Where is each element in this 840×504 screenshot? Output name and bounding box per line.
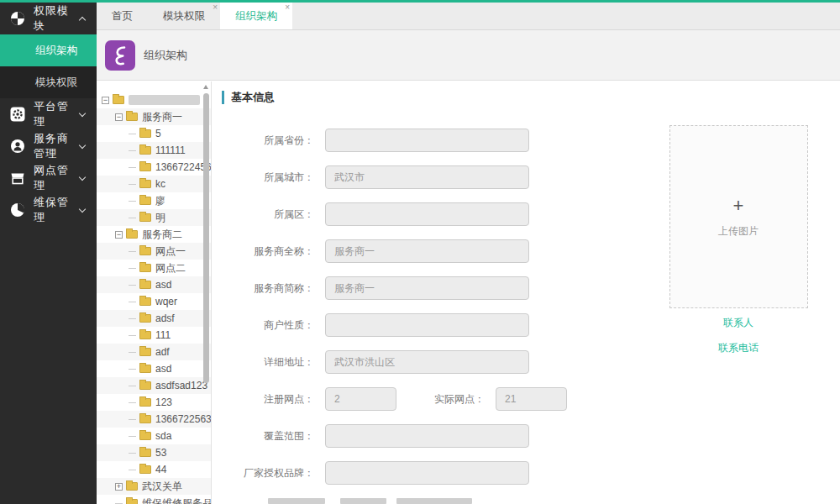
tree-node-label: adf xyxy=(155,346,170,358)
tree-node[interactable]: 13667225636 xyxy=(97,411,211,428)
tree-node-label: 服务商二 xyxy=(142,228,182,242)
user-icon xyxy=(10,139,25,154)
tree-node[interactable]: 111111 xyxy=(97,142,211,159)
tree-connector xyxy=(129,318,136,319)
tree-node[interactable]: 维保维修服务品台 xyxy=(97,495,211,504)
close-icon[interactable]: × xyxy=(213,3,218,12)
tree-node[interactable]: kc xyxy=(97,176,211,192)
folder-icon xyxy=(139,180,151,188)
tree-node[interactable]: asd xyxy=(97,360,211,377)
tree-expander-icon[interactable]: − xyxy=(102,97,109,104)
tree-scrollbar-thumb[interactable] xyxy=(203,93,209,383)
tree-node[interactable]: 13667224562 xyxy=(97,159,211,176)
upload-image-button[interactable]: + 上传图片 xyxy=(669,125,808,308)
tree-node[interactable]: sda xyxy=(97,428,211,444)
tree-connector xyxy=(129,436,136,437)
sidebar-item-permission-module[interactable]: 权限模块 xyxy=(0,3,97,34)
tree-node[interactable]: 5 xyxy=(97,125,211,142)
org-tree: −−服务商一511111113667224562kc廖明−服务商二网点一网点二a… xyxy=(97,92,211,504)
field-input[interactable] xyxy=(325,387,396,411)
sidebar-item-label: 平台管理 xyxy=(34,99,80,129)
tree-expander-icon[interactable]: − xyxy=(115,231,123,239)
field-input[interactable] xyxy=(325,313,529,337)
tree-connector xyxy=(129,134,136,134)
contact-person-link[interactable]: 联系人 xyxy=(668,312,809,333)
org-structure-icon xyxy=(105,40,135,71)
tree-node-label: 53 xyxy=(155,447,166,459)
tree-node[interactable]: +武汉关单 xyxy=(97,478,211,495)
gear-icon xyxy=(10,107,25,122)
tab-home[interactable]: 首页 xyxy=(97,3,148,29)
tree-node-label: 服务商一 xyxy=(142,110,182,124)
redacted-text xyxy=(396,498,472,504)
sidebar-item-label: 网点管理 xyxy=(34,163,80,193)
folder-icon xyxy=(139,297,151,306)
form-row: 厂家授权品牌： xyxy=(222,461,840,485)
tree-node[interactable]: 111 xyxy=(97,327,211,344)
tree-node[interactable]: adsf xyxy=(97,310,211,327)
tab-module-permission[interactable]: 模块权限 × xyxy=(148,3,220,29)
upload-panel: + 上传图片 联系人 联系电话 xyxy=(668,125,809,359)
field-input[interactable] xyxy=(325,424,529,448)
field-input[interactable] xyxy=(325,165,529,189)
field-input[interactable] xyxy=(325,276,529,300)
sidebar-item-branch-management[interactable]: 网点管理 xyxy=(0,162,97,194)
tree-node-label: 111 xyxy=(155,329,171,341)
tree-node[interactable]: wqer xyxy=(97,293,211,310)
folder-icon xyxy=(139,213,151,222)
tree-connector xyxy=(129,184,136,185)
folder-icon xyxy=(139,348,151,356)
field-label: 实际网点： xyxy=(426,392,485,407)
sidebar-item-provider-management[interactable]: 服务商管理 xyxy=(0,130,97,162)
close-icon[interactable]: × xyxy=(285,3,290,12)
field-label: 商户性质： xyxy=(222,318,314,333)
field-input[interactable] xyxy=(325,350,529,374)
tree-connector xyxy=(129,335,136,336)
tree-expander-icon[interactable]: + xyxy=(115,483,123,491)
tree-node[interactable]: asd xyxy=(97,276,211,293)
field-input[interactable] xyxy=(325,239,529,263)
tab-org-structure[interactable]: 组织架构 × xyxy=(220,3,292,29)
tree-node[interactable]: 网点一 xyxy=(97,243,211,260)
tree-node[interactable]: 网点二 xyxy=(97,260,211,276)
tree-node[interactable]: adf xyxy=(97,344,211,360)
sidebar-item-label: 模块权限 xyxy=(35,76,77,90)
tree-expander-icon[interactable]: − xyxy=(115,113,123,121)
redacted-node-label xyxy=(129,95,200,105)
top-accent-line xyxy=(0,0,840,3)
tree-node[interactable]: asdfsad123 xyxy=(97,377,211,394)
folder-icon xyxy=(139,163,151,171)
tree-node[interactable]: 明 xyxy=(97,209,211,226)
sidebar-item-platform-management[interactable]: 平台管理 xyxy=(0,98,97,130)
tree-node-label: asd xyxy=(155,279,171,291)
folder-icon xyxy=(126,499,138,504)
sidebar-item-maintenance-management[interactable]: 维保管理 xyxy=(0,194,97,226)
redacted-text xyxy=(340,498,386,504)
contact-phone-link[interactable]: 联系电话 xyxy=(668,337,809,359)
tree-node-label: adsf xyxy=(155,312,175,324)
field-input[interactable] xyxy=(325,202,529,226)
field-input[interactable] xyxy=(496,387,567,411)
section-title: 基本信息 xyxy=(222,90,840,105)
field-input[interactable] xyxy=(325,461,529,485)
scroll-up-icon[interactable] xyxy=(203,85,208,89)
sidebar: 权限模块 组织架构 模块权限 平台管理 服务商管理 网点管理 xyxy=(0,3,97,504)
tree-node[interactable]: 123 xyxy=(97,394,211,411)
tree-connector xyxy=(129,386,136,386)
tab-label: 模块权限 xyxy=(163,9,205,24)
tree-connector xyxy=(129,470,136,470)
field-input[interactable] xyxy=(325,129,529,152)
tree-node[interactable]: 53 xyxy=(97,444,211,461)
tree-node[interactable]: −服务商一 xyxy=(97,108,211,125)
tree-connector xyxy=(129,285,136,286)
folder-icon xyxy=(113,96,124,104)
folder-icon xyxy=(139,465,151,474)
tree-node-label: 13667225636 xyxy=(155,413,212,425)
sidebar-item-module-permission[interactable]: 模块权限 xyxy=(0,66,97,98)
tree-node[interactable]: −服务商二 xyxy=(97,226,211,243)
tree-node[interactable]: 44 xyxy=(97,461,211,478)
tree-node[interactable]: 廖 xyxy=(97,192,211,209)
sidebar-item-org-structure[interactable]: 组织架构 xyxy=(0,34,97,66)
chevron-up-icon xyxy=(79,17,86,24)
tree-node[interactable]: − xyxy=(97,92,211,108)
